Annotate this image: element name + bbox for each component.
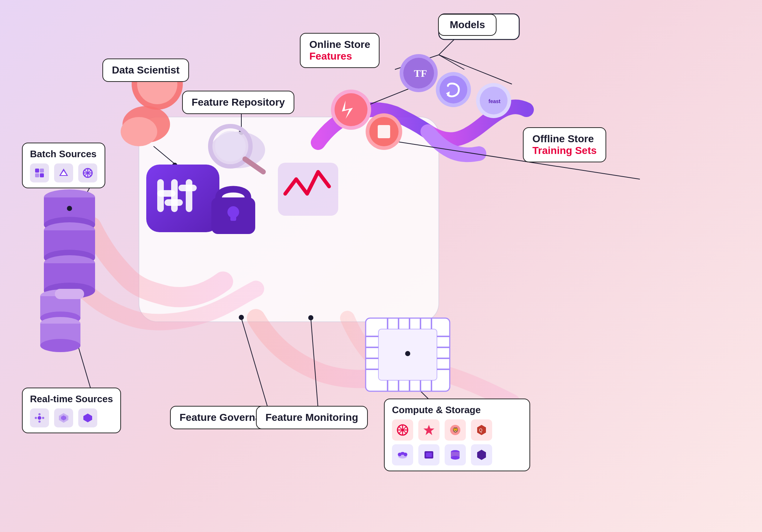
svg-rect-130 (426, 453, 432, 457)
compute-icon-1 (392, 419, 413, 441)
compute-storage-label: Compute & Storage 🦁 Q (384, 399, 530, 471)
svg-marker-114 (83, 414, 92, 422)
svg-rect-39 (55, 289, 84, 299)
svg-rect-49 (157, 179, 164, 212)
compute-storage-title: Compute & Storage (392, 404, 522, 416)
batch-sources-title: Batch Sources (30, 148, 97, 160)
svg-rect-57 (230, 213, 236, 221)
svg-point-107 (38, 416, 41, 420)
svg-line-22 (439, 55, 512, 84)
svg-text:🦁: 🦁 (452, 427, 459, 433)
svg-point-8 (362, 104, 367, 109)
feature-repository-title: Feature Repository (192, 97, 285, 108)
svg-rect-64 (378, 125, 390, 138)
svg-rect-98 (35, 173, 39, 177)
svg-point-25 (44, 217, 95, 233)
batch-icon-1 (30, 163, 49, 182)
svg-point-71 (476, 83, 511, 118)
svg-point-16 (407, 377, 412, 382)
svg-marker-120 (423, 425, 434, 435)
svg-text:TF: TF (414, 68, 427, 79)
batch-icon-3 (78, 163, 97, 182)
compute-icons-row1: 🦁 Q (392, 419, 522, 441)
svg-point-36 (40, 317, 80, 330)
batch-sources-icons (30, 163, 97, 182)
svg-rect-58 (278, 163, 338, 216)
svg-point-60 (335, 93, 367, 126)
svg-point-31 (44, 283, 95, 299)
svg-point-66 (403, 58, 434, 88)
online-store-label: Online Store Features (300, 33, 380, 68)
svg-point-2 (78, 203, 83, 208)
compute-icon-7 (445, 444, 466, 465)
models-label: Models (438, 14, 497, 36)
svg-rect-75 (366, 318, 450, 391)
realtime-sources-label: Real-time Sources (22, 388, 121, 433)
svg-point-29 (44, 255, 95, 271)
compute-icons-row2 (392, 444, 522, 465)
svg-marker-134 (477, 450, 486, 460)
svg-point-33 (40, 290, 80, 303)
svg-rect-0 (139, 117, 439, 322)
realtime-sources-title: Real-time Sources (30, 393, 113, 405)
svg-rect-99 (40, 173, 44, 177)
svg-rect-37 (40, 324, 80, 346)
svg-rect-27 (44, 230, 95, 258)
offline-store-sub: Training Sets (532, 145, 597, 156)
models-title: Models (450, 19, 485, 30)
svg-point-128 (400, 452, 405, 455)
svg-rect-97 (40, 169, 44, 173)
compute-icon-6 (418, 444, 440, 465)
offline-store-label: Offline Store Training Sets (523, 127, 606, 162)
svg-point-59 (331, 90, 371, 130)
compute-icon-2 (418, 419, 440, 441)
svg-rect-96 (35, 169, 39, 173)
svg-point-32 (67, 206, 72, 211)
svg-point-44 (210, 132, 265, 168)
svg-line-3 (154, 146, 176, 165)
svg-text:Q: Q (479, 428, 482, 433)
compute-icon-3: 🦁 (445, 419, 466, 441)
svg-line-20 (395, 55, 439, 69)
compute-icon-8 (471, 444, 492, 465)
svg-point-12 (239, 315, 244, 320)
svg-point-43 (121, 117, 157, 146)
realtime-icon-1 (30, 408, 49, 427)
svg-point-4 (172, 163, 177, 168)
svg-point-110 (38, 413, 41, 415)
svg-point-23 (44, 189, 95, 205)
svg-rect-30 (44, 263, 95, 291)
feature-monitoring-title: Feature Monitoring (265, 412, 358, 423)
svg-point-10 (389, 139, 395, 144)
svg-rect-48 (146, 165, 219, 232)
svg-point-111 (38, 420, 41, 423)
svg-rect-52 (165, 199, 183, 206)
svg-marker-61 (342, 101, 353, 119)
svg-point-56 (227, 206, 239, 218)
svg-point-26 (44, 222, 95, 238)
svg-text:feast: feast (488, 98, 501, 104)
svg-line-21 (439, 55, 464, 69)
svg-point-69 (440, 76, 467, 103)
data-scientist-label: Data Scientist (102, 59, 189, 82)
compute-icon-4: Q (471, 419, 492, 441)
svg-point-68 (436, 72, 471, 107)
svg-point-95 (405, 351, 410, 356)
svg-point-46 (215, 131, 246, 162)
svg-point-63 (369, 117, 399, 146)
online-store-sub: Features (309, 50, 370, 62)
svg-point-108 (35, 417, 37, 419)
svg-line-17 (73, 329, 93, 395)
svg-rect-34 (40, 296, 80, 318)
svg-line-7 (366, 88, 410, 106)
batch-icon-2 (54, 163, 73, 182)
offline-store-title: Offline Store (532, 133, 597, 145)
compute-icon-5 (392, 444, 413, 465)
svg-rect-50 (157, 190, 176, 197)
svg-point-6 (239, 130, 244, 135)
svg-rect-76 (378, 329, 437, 380)
svg-point-45 (210, 126, 250, 166)
realtime-sources-icons (30, 408, 113, 427)
online-store-title: Online Store (309, 39, 370, 50)
batch-sources-label: Batch Sources (22, 143, 105, 188)
